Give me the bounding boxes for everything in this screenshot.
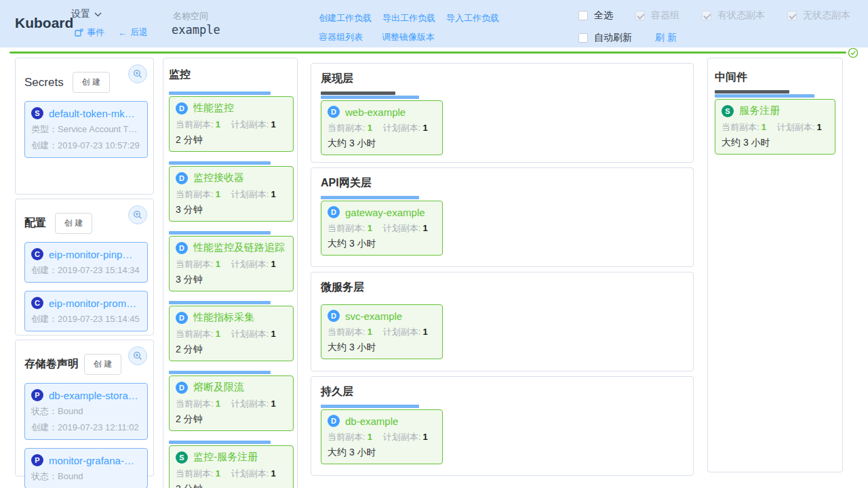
configmap-created-value: 2019-07-23 15:14:45 [58, 314, 140, 324]
workload-block: D性能监控 当前副本:1计划副本:1 2 分钟 [169, 92, 294, 152]
secrets-create-button[interactable]: 创 建 [73, 72, 110, 93]
workload-name[interactable]: 熔断及限流 [193, 381, 244, 394]
create-workload-link[interactable]: 创建工作负载 [319, 12, 372, 24]
stateless-group: 无状态副本 [787, 9, 850, 22]
export-workload-link[interactable]: 导出工作负载 [382, 12, 435, 24]
planned-replicas: 计划副本:1 [231, 398, 276, 410]
workload-age: 2 分钟 [176, 483, 287, 488]
adjust-image-link[interactable]: 调整镜像版本 [382, 31, 435, 43]
monitor-title: 监控 [169, 68, 191, 82]
pvc-create-button[interactable]: 创 建 [84, 354, 121, 375]
current-replicas: 当前副本:1 [328, 222, 372, 235]
secret-card[interactable]: S default-token-mk… 类型：Service Account T… [24, 101, 148, 158]
auto-refresh-checkbox[interactable] [578, 33, 588, 43]
pvc-name[interactable]: monitor-grafana-… [49, 455, 134, 466]
current-replicas: 当前副本:1 [176, 188, 220, 201]
workload-name[interactable]: web-example [345, 106, 406, 118]
workload-card[interactable]: Dweb-example 当前副本:1计划副本:1 大约 3 小时 [321, 100, 443, 155]
workload-name[interactable]: 性能监控及链路追踪 [193, 241, 285, 254]
workload-name[interactable]: svc-example [345, 310, 402, 322]
pvc-status-value: Bound [58, 406, 83, 416]
workload-card[interactable]: D性能监控 当前副本:1计划副本:1 2 分钟 [169, 96, 294, 152]
workload-name[interactable]: 性能指标采集 [193, 311, 254, 324]
filter-checkboxes: 全选 容器组 有状态副本 无状态副本 [578, 9, 868, 22]
configmap-name[interactable]: eip-monitor-pinp… [49, 249, 132, 260]
workload-name[interactable]: 监控-服务注册 [193, 451, 258, 464]
dark-progress-bar [715, 90, 789, 94]
deploy-progress-bar [321, 405, 419, 408]
secrets-panel: Secrets 创 建 S default-token-mk… 类型：Servi… [15, 58, 154, 195]
secret-name[interactable]: default-token-mk… [49, 108, 135, 119]
settings-menu[interactable]: 设置 [71, 8, 102, 20]
planned-replicas: 计划副本:1 [383, 122, 428, 134]
tier-title: API网关层 [321, 176, 684, 190]
loading-progress-bar [9, 52, 846, 54]
zoom-in-icon [133, 69, 142, 79]
workload-card[interactable]: D性能指标采集 当前副本:1计划副本:1 2 分钟 [169, 306, 294, 361]
deployment-badge: D [328, 206, 340, 218]
workload-card[interactable]: S服务注册 当前副本:1计划副本:1 大约 3 小时 [715, 99, 835, 155]
workload-age: 2 分钟 [176, 413, 287, 426]
deploy-progress-bar [169, 301, 271, 304]
back-link[interactable]: ← 后退 [118, 26, 148, 39]
configmap-name[interactable]: eip-monitor-prom… [49, 298, 136, 309]
secrets-zoom-button[interactable] [128, 64, 147, 83]
workload-card[interactable]: D监控接收器 当前副本:1计划副本:1 3 分钟 [169, 166, 294, 222]
pods-checkbox [635, 11, 645, 20]
workload-name[interactable]: 服务注册 [739, 104, 780, 117]
current-replicas: 当前副本:1 [176, 398, 220, 410]
pvc-status-label: 状态： [31, 471, 58, 481]
select-all-checkbox[interactable] [578, 11, 588, 20]
pvc-title: 存储卷声明 [24, 357, 79, 371]
workload-block: D性能指标采集 当前副本:1计划副本:1 2 分钟 [169, 301, 294, 361]
stateful-label: 有状态副本 [717, 9, 765, 22]
stateful-group: 有状态副本 [702, 9, 765, 22]
workload-card[interactable]: S监控-服务注册 当前副本:1计划副本:1 2 分钟 [169, 445, 294, 488]
import-workload-link[interactable]: 导入工作负载 [446, 12, 499, 24]
pvc-zoom-button[interactable] [128, 346, 147, 365]
pvc-card[interactable]: P monitor-grafana-… 状态：Bound [24, 448, 148, 488]
workload-age: 大约 3 小时 [328, 138, 436, 150]
header-subnav: 事件 ← 后退 [75, 26, 148, 39]
workload-name[interactable]: db-example [345, 415, 398, 427]
workload-card[interactable]: Dsvc-example 当前副本:1计划副本:1 大约 3 小时 [321, 304, 443, 359]
namespace-value[interactable]: example [172, 23, 220, 37]
workload-name[interactable]: gateway-example [345, 207, 425, 218]
secret-created-label: 创建： [31, 140, 58, 150]
microservice-tier-panel: 微服务层 Dsvc-example 当前副本:1计划副本:1 大约 3 小时 [311, 272, 694, 371]
workload-card[interactable]: Ddb-example 当前副本:1计划副本:1 大约 3 小时 [321, 409, 443, 464]
configmap-zoom-button[interactable] [128, 205, 147, 224]
workload-name[interactable]: 监控接收器 [193, 171, 244, 184]
current-replicas: 当前副本:1 [328, 122, 372, 134]
zoom-in-icon [133, 351, 142, 361]
workload-age: 大约 3 小时 [328, 447, 436, 459]
select-all-label: 全选 [594, 9, 613, 22]
configmap-card[interactable]: C eip-monitor-pinp… 创建：2019-07-23 15:14:… [24, 242, 148, 283]
gateway-tier-panel: API网关层 Dgateway-example 当前副本:1计划副本:1 大约 … [311, 167, 694, 267]
pods-label: 容器组 [651, 9, 679, 22]
stateless-checkbox [787, 11, 797, 20]
refresh-link[interactable]: 刷 新 [655, 32, 677, 44]
deployment-badge: D [328, 310, 340, 322]
pvc-card[interactable]: P db-example-stora… 状态：Bound 创建：2019-07-… [24, 383, 148, 440]
workload-card[interactable]: Dgateway-example 当前副本:1计划副本:1 大约 3 小时 [321, 201, 443, 256]
configmap-card[interactable]: C eip-monitor-prom… 创建：2019-07-23 15:14:… [24, 291, 148, 331]
deploy-progress-bar [715, 94, 814, 98]
pvc-created-label: 创建： [31, 422, 58, 432]
zoom-in-icon [133, 210, 142, 220]
workload-name[interactable]: 性能监控 [193, 102, 234, 115]
planned-replicas: 计划副本:1 [383, 326, 428, 338]
dark-progress-bar [321, 92, 395, 95]
events-link[interactable]: 事件 [75, 26, 104, 39]
pods-group: 容器组 [635, 9, 679, 22]
secret-created-value: 2019-07-23 10:57:29 [58, 140, 140, 150]
current-replicas: 当前副本:1 [176, 258, 220, 270]
pvc-name[interactable]: db-example-stora… [49, 390, 138, 401]
pod-list-link[interactable]: 容器组列表 [319, 31, 363, 43]
workload-card[interactable]: D性能监控及链路追踪 当前副本:1计划副本:1 3 分钟 [169, 236, 294, 291]
statefulset-badge: S [722, 105, 734, 117]
configmap-panel: 配置 创 建 C eip-monitor-pinp… 创建：2019-07-23… [15, 199, 154, 336]
workload-card[interactable]: D熔断及限流 当前副本:1计划副本:1 2 分钟 [169, 375, 294, 431]
planned-replicas: 计划副本:1 [383, 431, 428, 443]
configmap-create-button[interactable]: 创 建 [55, 213, 92, 234]
